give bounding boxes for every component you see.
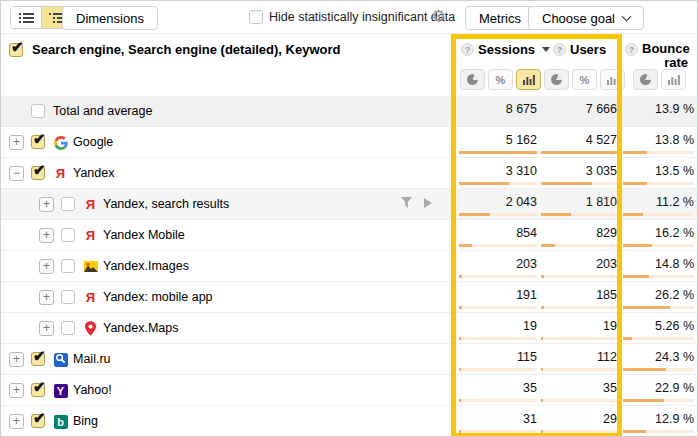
dimension-checkbox[interactable]: [9, 43, 23, 57]
row-checkbox[interactable]: [61, 259, 75, 273]
mini-bar-fill: [541, 151, 617, 154]
row-checkbox[interactable]: [31, 383, 45, 397]
yandex-maps-icon: [85, 321, 96, 336]
row-label: Yandex: mobile app: [103, 290, 213, 304]
mini-bar-fill: [541, 182, 592, 185]
expand-button[interactable]: +: [9, 383, 24, 398]
row-checkbox[interactable]: [31, 135, 45, 149]
expand-button[interactable]: +: [9, 414, 24, 429]
table-row[interactable]: +YYahoo!353522.9 %: [1, 375, 698, 406]
mini-bar-track: [541, 368, 617, 371]
sessions-cell-value: 115: [517, 350, 537, 364]
table-row[interactable]: +Google5 1624 52713.8 %: [1, 127, 698, 158]
bar-chart-button[interactable]: [661, 69, 686, 90]
gear-icon[interactable]: ⚙: [431, 6, 446, 26]
filter-funnel-icon[interactable]: [401, 197, 412, 208]
expand-button[interactable]: +: [9, 352, 24, 367]
bar-chart-button[interactable]: [600, 69, 625, 90]
bounce-rate-cell: 24.3 %: [623, 344, 694, 375]
dimension-title-row: Search engine, Search engine (detailed),…: [9, 42, 340, 57]
metrics-button[interactable]: Metrics: [465, 6, 535, 30]
bounce-rate-cell: 14.8 %: [623, 251, 694, 282]
list-view-button[interactable]: [11, 7, 41, 28]
row-checkbox[interactable]: [61, 228, 75, 242]
expand-button[interactable]: +: [9, 135, 24, 150]
percent-button[interactable]: %: [488, 69, 513, 90]
row-checkbox[interactable]: [61, 321, 75, 335]
row-checkbox[interactable]: [31, 414, 45, 428]
mini-bar-fill: [623, 306, 670, 309]
row-hover-actions: [401, 197, 444, 208]
collapse-button[interactable]: −: [9, 166, 24, 181]
help-icon[interactable]: ?: [553, 43, 566, 56]
choose-goal-button[interactable]: Choose goal: [528, 6, 644, 30]
bounce-rate-cell-value: 13.5 %: [655, 164, 694, 178]
dimensions-button[interactable]: Dimensions: [62, 6, 158, 30]
mini-bar-fill: [459, 244, 472, 247]
sessions-cell: 19: [459, 313, 537, 344]
expand-button[interactable]: +: [39, 197, 54, 212]
bounce-rate-cell: 22.9 %: [623, 375, 694, 406]
expand-button[interactable]: +: [39, 290, 54, 305]
mini-bar-fill: [459, 337, 461, 340]
mini-bar-track: [623, 368, 694, 371]
expand-button[interactable]: +: [39, 259, 54, 274]
sessions-cell-value: 31: [523, 412, 537, 426]
bounce-rate-cell-value: 13.9 %: [655, 102, 694, 116]
mini-bar-track: [623, 244, 694, 247]
mini-bar-track: [459, 306, 537, 309]
bar-chart-button[interactable]: [516, 69, 541, 90]
sessions-cell-value: 191: [516, 288, 537, 302]
row-checkbox[interactable]: [61, 290, 75, 304]
pie-chart-button[interactable]: [633, 69, 658, 90]
column-header-sessions[interactable]: ? Sessions: [461, 42, 550, 57]
expand-button[interactable]: +: [39, 321, 54, 336]
dimension-title: Search engine, Search engine (detailed),…: [32, 42, 340, 57]
pie-chart-button[interactable]: [544, 69, 569, 90]
bounce-rate-cell-value: 16.2 %: [655, 226, 694, 240]
table-row[interactable]: +Mail.ru11511224.3 %: [1, 344, 698, 375]
table-row[interactable]: +ЯYandex Mobile85482916.2 %: [1, 220, 698, 251]
mini-bar-track: [541, 182, 617, 185]
table-row[interactable]: +bBing312912.9 %: [1, 406, 698, 437]
play-icon[interactable]: [424, 198, 432, 208]
row-checkbox[interactable]: [61, 197, 75, 211]
sessions-cell: 8 675: [459, 96, 537, 127]
mini-bar-track: [541, 306, 617, 309]
hide-insignificant-checkbox[interactable]: [249, 10, 263, 24]
table-row[interactable]: Total and average8 6757 66613.9 %: [1, 96, 698, 127]
sessions-cell: 31: [459, 406, 537, 437]
users-cell: 3 035: [541, 158, 617, 189]
column-header-users[interactable]: ? Users: [553, 42, 606, 57]
help-icon[interactable]: ?: [625, 43, 638, 56]
users-cell: 29: [541, 406, 617, 437]
mini-bar-track: [459, 430, 537, 433]
expand-button[interactable]: +: [39, 228, 54, 243]
row-checkbox[interactable]: [31, 352, 45, 366]
mini-bar-fill: [541, 399, 543, 402]
column-header-bounce-rate[interactable]: ? Bounce rate: [625, 42, 695, 70]
users-cell-value: 203: [596, 257, 617, 271]
mini-bar-track: [541, 213, 617, 216]
pie-chart-button[interactable]: [460, 69, 485, 90]
toolbar: Dimensions Hide statistically insignific…: [1, 1, 697, 34]
table-row[interactable]: +ЯYandex, search results2 0431 81011.2 %: [1, 189, 698, 220]
help-icon[interactable]: ?: [461, 43, 474, 56]
mini-bar-fill: [459, 306, 462, 309]
mini-bar-fill: [623, 151, 647, 154]
percent-button[interactable]: %: [572, 69, 597, 90]
hide-insignificant-label: Hide statistically insignificant data: [269, 10, 455, 24]
table-row[interactable]: +Yandex.Images20320314.8 %: [1, 251, 698, 282]
sessions-cell: 854: [459, 220, 537, 251]
table-row[interactable]: +Yandex.Maps19195.26 %: [1, 313, 698, 344]
table-row[interactable]: +ЯYandex: mobile app19118526.2 %: [1, 282, 698, 313]
row-checkbox[interactable]: [31, 104, 45, 118]
row-checkbox[interactable]: [31, 166, 45, 180]
mini-bar-fill: [541, 213, 571, 216]
mini-bar-fill: [541, 275, 544, 278]
users-cell-value: 35: [603, 381, 617, 395]
users-header-label: Users: [570, 42, 606, 57]
mini-bar-track: [541, 244, 617, 247]
row-label: Yandex: [73, 166, 114, 180]
table-row[interactable]: −ЯYandex3 3103 03513.5 %: [1, 158, 698, 189]
